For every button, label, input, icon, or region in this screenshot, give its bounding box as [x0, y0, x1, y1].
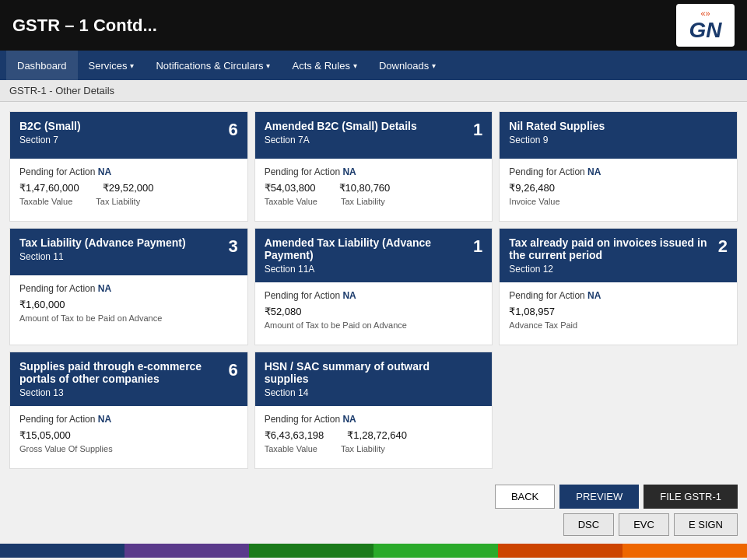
card-b2c-small[interactable]: B2C (Small) Section 7 6 Pending for Acti…	[9, 111, 248, 222]
card-amended-b2c-small[interactable]: Amended B2C (Small) Details Section 7A 1…	[254, 111, 493, 222]
card-header-nil-rated: Nil Rated Supplies Section 9	[500, 112, 737, 159]
nav-services[interactable]: Services ▾	[78, 51, 146, 80]
breadcrumb: GSTR-1 - Other Details	[0, 80, 747, 102]
card-title-hsn: HSN / SAC summary of outward supplies Se…	[265, 360, 475, 398]
auth-buttons: DSC EVC E SIGN	[0, 512, 747, 541]
card-header-tax-paid: Tax already paid on invoices issued in t…	[500, 229, 737, 282]
card-title-nil-rated: Nil Rated Supplies Section 9	[509, 120, 605, 145]
nav-dashboard[interactable]: Dashboard	[6, 51, 78, 80]
footer-seg-3	[249, 544, 374, 558]
logo-arrows-icon: «»	[689, 9, 722, 18]
card-nil-rated[interactable]: Nil Rated Supplies Section 9 Pending for…	[499, 111, 738, 222]
chevron-down-icon: ▾	[353, 61, 357, 70]
empty-slot	[499, 352, 738, 469]
card-title-amended-tax: Amended Tax Liability (Advance Payment) …	[265, 236, 465, 275]
footer-seg-4	[374, 544, 498, 558]
card-body-tax-liability: Pending for Action NA ₹1,60,000 Amount o…	[10, 275, 247, 338]
card-tax-already-paid[interactable]: Tax already paid on invoices issued in t…	[499, 228, 738, 345]
card-header-ecommerce: Supplies paid through e-commerce portals…	[10, 352, 247, 406]
values-row: ₹54,03,800 ₹10,80,760	[265, 182, 483, 194]
card-grid-row2: Tax Liability (Advance Payment) Section …	[9, 228, 738, 345]
pending-action-row: Pending for Action NA	[19, 414, 238, 425]
logo: «» GN	[676, 4, 735, 47]
pending-action-row: Pending for Action NA	[265, 166, 483, 177]
dsc-button[interactable]: DSC	[563, 513, 614, 536]
card-hsn-sac[interactable]: HSN / SAC summary of outward supplies Se…	[254, 352, 493, 469]
card-title-tax-paid: Tax already paid on invoices issued in t…	[509, 236, 710, 275]
file-gstr-button[interactable]: FILE GSTR-1	[644, 485, 738, 509]
card-body-nil-rated: Pending for Action NA ₹9,26,480 Invoice …	[500, 159, 737, 221]
card-header-amended-b2c: Amended B2C (Small) Details Section 7A 1	[255, 112, 493, 159]
app-title: GSTR – 1 Contd...	[12, 16, 157, 36]
esign-button[interactable]: E SIGN	[674, 513, 738, 536]
nav-notifications[interactable]: Notifications & Circulars ▾	[145, 51, 281, 80]
card-body-hsn: Pending for Action NA ₹6,43,63,198 ₹1,28…	[255, 406, 493, 468]
footer-color-bar	[0, 544, 747, 558]
footer-seg-6	[622, 544, 747, 558]
card-body-b2c-small: Pending for Action NA ₹1,47,60,000 ₹29,5…	[10, 159, 247, 221]
card-title-b2c-small: B2C (Small) Section 7	[19, 120, 81, 145]
preview-button[interactable]: PREVIEW	[559, 485, 639, 509]
card-header-hsn: HSN / SAC summary of outward supplies Se…	[255, 352, 493, 406]
pending-action-row: Pending for Action NA	[19, 166, 238, 177]
card-body-amended-tax: Pending for Action NA ₹52,080 Amount of …	[255, 282, 493, 345]
app-header: GSTR – 1 Contd... «» GN	[0, 0, 747, 51]
pending-action-row: Pending for Action NA	[265, 290, 483, 301]
action-buttons: BACK PREVIEW FILE GSTR-1	[0, 478, 747, 512]
card-body-tax-paid: Pending for Action NA ₹1,08,957 Advance …	[500, 282, 737, 345]
bottom-section: BACK PREVIEW FILE GSTR-1 DSC EVC E SIGN …	[0, 478, 747, 560]
pending-action-row: Pending for Action NA	[509, 166, 728, 177]
card-body-amended-b2c: Pending for Action NA ₹54,03,800 ₹10,80,…	[255, 159, 493, 221]
chevron-down-icon: ▾	[432, 61, 436, 70]
values-row: ₹1,47,60,000 ₹29,52,000	[19, 182, 238, 194]
card-grid-row1: B2C (Small) Section 7 6 Pending for Acti…	[9, 111, 738, 222]
evc-button[interactable]: EVC	[619, 513, 669, 536]
card-tax-liability-advance[interactable]: Tax Liability (Advance Payment) Section …	[9, 228, 248, 345]
footer-seg-2	[124, 544, 249, 558]
labels-row: Taxable Value Tax Liability	[265, 197, 483, 206]
footer-seg-5	[498, 544, 622, 558]
main-content: B2C (Small) Section 7 6 Pending for Acti…	[0, 102, 747, 478]
card-ecommerce-supplies[interactable]: Supplies paid through e-commerce portals…	[9, 352, 248, 469]
logo-content: «» GN	[689, 9, 722, 43]
nav-downloads[interactable]: Downloads ▾	[368, 51, 447, 80]
back-button[interactable]: BACK	[495, 485, 555, 509]
footer-seg-1	[0, 544, 124, 558]
card-header-amended-tax: Amended Tax Liability (Advance Payment) …	[255, 229, 493, 282]
card-grid-row3: Supplies paid through e-commerce portals…	[9, 352, 738, 469]
card-body-ecommerce: Pending for Action NA ₹15,05,000 Gross V…	[10, 406, 247, 468]
pending-action-row: Pending for Action NA	[509, 290, 728, 301]
logo-text: GN	[689, 18, 722, 42]
navigation: Dashboard Services ▾ Notifications & Cir…	[0, 51, 747, 80]
values-row: ₹6,43,63,198 ₹1,28,72,640	[265, 429, 483, 441]
card-header-b2c-small: B2C (Small) Section 7 6	[10, 112, 247, 159]
card-title-ecommerce: Supplies paid through e-commerce portals…	[19, 360, 220, 398]
pending-action-row: Pending for Action NA	[19, 283, 238, 294]
pending-action-row: Pending for Action NA	[265, 414, 483, 425]
card-header-tax-liability: Tax Liability (Advance Payment) Section …	[10, 229, 247, 275]
card-title-amended-b2c: Amended B2C (Small) Details Section 7A	[265, 120, 417, 145]
chevron-down-icon: ▾	[130, 61, 134, 70]
labels-row: Taxable Value Tax Liability	[265, 444, 483, 453]
card-title-tax-liability: Tax Liability (Advance Payment) Section …	[19, 236, 186, 262]
labels-row: Taxable Value Tax Liability	[19, 197, 238, 206]
chevron-down-icon: ▾	[266, 61, 270, 70]
card-amended-tax-liability[interactable]: Amended Tax Liability (Advance Payment) …	[254, 228, 493, 345]
nav-acts-rules[interactable]: Acts & Rules ▾	[281, 51, 367, 80]
